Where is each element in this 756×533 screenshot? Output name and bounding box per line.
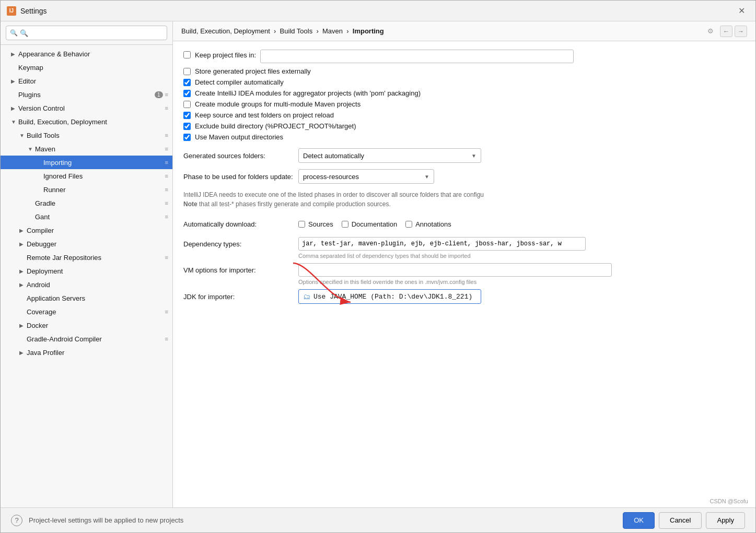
breadcrumb: Build, Execution, Deployment › Build Too… [181,27,707,35]
gear-icon: ≡ [165,254,168,260]
sources-checkbox[interactable] [298,221,305,228]
sidebar-item-plugins[interactable]: Plugins 1 ≡ [1,88,172,101]
store-generated-checkbox[interactable] [183,68,191,75]
exclude-build-label[interactable]: Exclude build directory (%PROJECT_ROOT%/… [183,122,356,130]
sidebar-item-label: Plugins [18,91,153,99]
plugins-badge: 1 [155,91,163,98]
docs-checkbox[interactable] [342,221,348,228]
sources-label: Sources [308,220,333,228]
watermark: CSDN @Scofu [707,497,750,505]
auto-download-row: Automatically download: Sources Document… [183,217,745,231]
generated-sources-value: Detect automatically [303,152,364,160]
apply-button[interactable]: Apply [706,512,745,529]
create-module-groups-checkbox[interactable] [183,101,191,108]
collapse-arrow: ▶ [19,350,27,356]
create-modules-checkbox[interactable] [183,90,191,97]
generated-sources-dropdown[interactable]: Detect automatically ▼ [298,148,481,163]
exclude-build-checkbox[interactable] [183,123,191,130]
vm-options-input[interactable] [298,263,612,277]
jdk-field[interactable]: 🗂 Use JAVA_HOME (Path: D:\dev\JDK1.8_221… [298,289,481,304]
sidebar-item-label: Docker [27,322,168,329]
download-options: Sources Documentation Annotations [298,220,451,228]
annotations-checkbox-label[interactable]: Annotations [405,220,451,228]
dependency-types-hint: Comma separated list of dependency types… [298,253,745,259]
keep-project-checkbox-label[interactable]: Keep project files in: [183,51,256,59]
collapse-arrow [36,173,43,179]
sidebar-item-label: Android [27,281,168,289]
jdk-section: JDK for importer: 🗂 Use JAVA_HOME (Path:… [183,289,745,304]
sidebar-item-label: Gradle-Android Compiler [27,335,163,343]
detect-compiler-row: Detect compiler automatically [183,78,745,86]
sidebar-item-gant[interactable]: Gant ≡ [1,210,172,223]
close-button[interactable]: ✕ [734,4,749,18]
sidebar-item-build-exec[interactable]: ▼ Build, Execution, Deployment [1,115,172,128]
sidebar-item-version-control[interactable]: ▶ Version Control ≡ [1,101,172,115]
detect-compiler-text: Detect compiler automatically [195,78,284,86]
sidebar-item-runner[interactable]: Runner ≡ [1,183,172,196]
keep-source-label[interactable]: Keep source and test folders on project … [183,111,334,119]
sidebar-item-editor[interactable]: ▶ Editor [1,74,172,88]
gear-icon: ≡ [165,214,168,220]
keep-project-label: Keep project files in: [195,51,256,59]
sidebar-item-debugger[interactable]: ▶ Debugger [1,237,172,251]
sidebar-item-appearance[interactable]: ▶ Appearance & Behavior [1,47,172,61]
sidebar-item-keymap[interactable]: Keymap [1,61,172,74]
sidebar-item-importing[interactable]: Importing ≡ [1,156,172,169]
create-modules-label[interactable]: Create IntelliJ IDEA modules for aggrega… [183,89,421,97]
create-module-groups-label[interactable]: Create module groups for multi-module Ma… [183,100,360,108]
sidebar-item-maven[interactable]: ▼ Maven ≡ [1,142,172,156]
cancel-button[interactable]: Cancel [659,512,702,529]
collapse-arrow: ▶ [19,228,27,233]
sidebar-item-build-tools[interactable]: ▼ Build Tools ≡ [1,128,172,142]
keep-source-checkbox[interactable] [183,112,191,119]
settings-window: IJ Settings ✕ 🔍 ▶ Appearance & Behavior [0,0,756,533]
help-button[interactable]: ? [11,515,22,526]
ok-button[interactable]: OK [623,512,655,529]
sidebar-item-docker[interactable]: ▶ Docker [1,318,172,332]
back-button[interactable]: ← [720,26,732,37]
sidebar-item-label: Version Control [18,104,163,112]
gear-icon: ≡ [165,309,168,315]
dependency-types-input[interactable] [298,237,586,251]
detect-compiler-label[interactable]: Detect compiler automatically [183,78,284,86]
store-generated-label[interactable]: Store generated project files externally [183,67,311,75]
sidebar-item-coverage[interactable]: Coverage ≡ [1,305,172,318]
generated-sources-label: Generated sources folders: [183,152,298,160]
sidebar-item-ignored-files[interactable]: Ignored Files ≡ [1,169,172,183]
detect-compiler-checkbox[interactable] [183,79,191,86]
search-input[interactable] [6,26,167,40]
sidebar-item-android[interactable]: ▶ Android [1,278,172,291]
gear-icon: ≡ [165,173,168,179]
bottom-buttons: OK Cancel Apply [623,512,745,529]
sidebar-item-label: Gant [35,213,163,221]
sidebar-item-java-profiler[interactable]: ▶ Java Profiler [1,346,172,359]
breadcrumb-nav: ← → [720,26,747,37]
create-modules-row: Create IntelliJ IDEA modules for aggrega… [183,89,745,97]
sidebar-item-gradle[interactable]: Gradle ≡ [1,196,172,210]
use-maven-output-label[interactable]: Use Maven output directories [183,133,283,141]
sources-checkbox-label[interactable]: Sources [298,220,333,228]
docs-checkbox-label[interactable]: Documentation [342,220,397,228]
gear-icon: ≡ [165,91,168,98]
sidebar-item-deployment[interactable]: ▶ Deployment [1,264,172,278]
phase-dropdown[interactable]: process-resources ▼ [298,169,434,184]
gear-icon: ≡ [165,186,168,193]
keep-project-checkbox[interactable] [183,51,191,58]
sidebar-item-label: Build, Execution, Deployment [18,118,168,126]
sidebar-item-label: Appearance & Behavior [18,50,168,58]
breadcrumb-bar: Build, Execution, Deployment › Build Too… [173,21,755,41]
use-maven-output-checkbox[interactable] [183,134,191,141]
forward-button[interactable]: → [735,26,747,37]
window-title: Settings [20,7,734,15]
collapse-arrow: ▶ [11,51,18,57]
docs-label: Documentation [352,220,397,228]
sidebar-item-app-servers[interactable]: Application Servers [1,291,172,305]
keep-project-input[interactable] [260,50,574,63]
collapse-arrow [28,214,35,220]
sidebar-item-gradle-android[interactable]: Gradle-Android Compiler ≡ [1,332,172,346]
keep-source-row: Keep source and test folders on project … [183,111,745,119]
collapse-arrow [28,200,35,206]
annotations-checkbox[interactable] [405,221,412,228]
sidebar-item-remote-jar[interactable]: Remote Jar Repositories ≡ [1,251,172,264]
sidebar-item-compiler[interactable]: ▶ Compiler [1,223,172,237]
